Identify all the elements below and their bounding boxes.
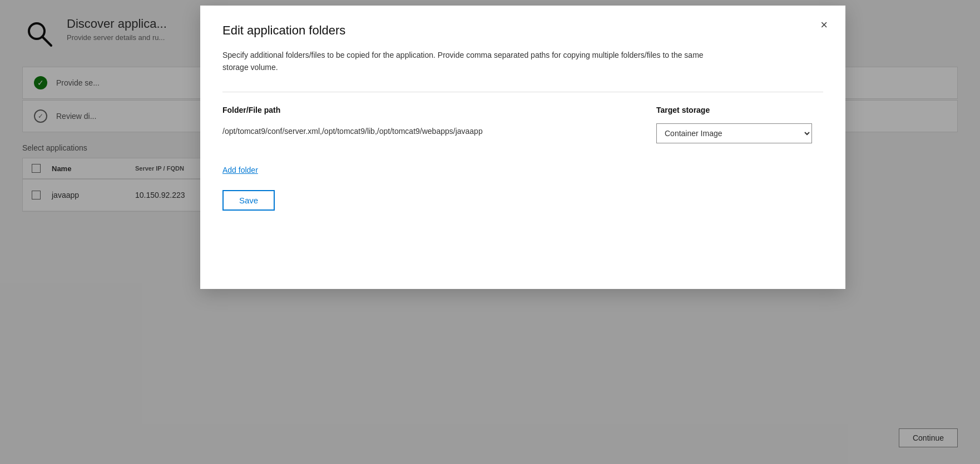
target-storage-header: Target storage <box>656 106 823 114</box>
close-button[interactable]: × <box>816 17 832 33</box>
target-storage-select[interactable]: Container Image Persistent Volume <box>656 123 812 143</box>
dialog-description: Specify additional folders/files to be c… <box>222 49 723 74</box>
dialog-title: Edit application folders <box>222 23 823 38</box>
folder-path-header: Folder/File path <box>222 106 645 114</box>
folder-path-column: Folder/File path /opt/tomcat9/conf/serve… <box>222 106 645 143</box>
target-storage-column: Target storage Container Image Persisten… <box>645 106 823 143</box>
dialog-actions: Save <box>222 190 823 211</box>
divider <box>222 92 823 92</box>
folder-path-value: /opt/tomcat9/conf/server.xml,/opt/tomcat… <box>222 123 645 137</box>
save-button[interactable]: Save <box>222 190 275 211</box>
add-folder-link[interactable]: Add folder <box>222 166 258 174</box>
dialog-columns: Folder/File path /opt/tomcat9/conf/serve… <box>222 106 823 143</box>
edit-folders-dialog: Edit application folders × Specify addit… <box>200 6 845 289</box>
